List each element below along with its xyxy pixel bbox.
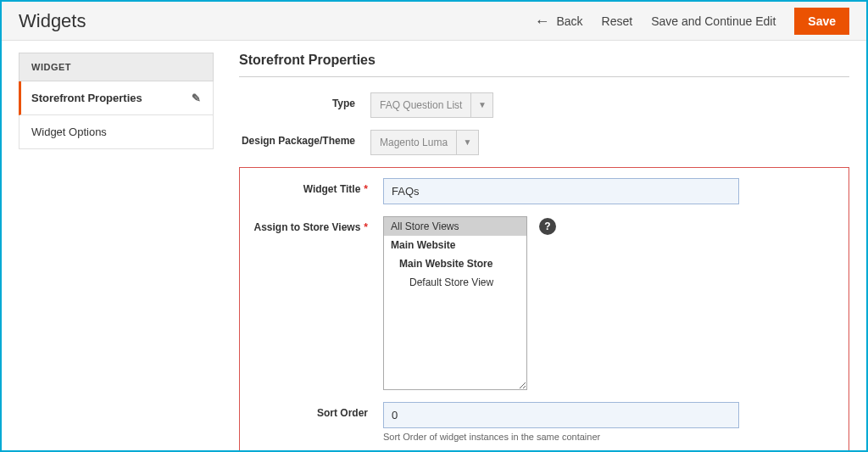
label-sort-order: Sort Order bbox=[252, 402, 383, 421]
sidebar: WIDGET Storefront Properties ✎ Widget Op… bbox=[19, 53, 214, 452]
widget-title-input[interactable] bbox=[383, 178, 739, 204]
back-label: Back bbox=[556, 14, 582, 28]
store-view-option[interactable]: All Store Views bbox=[384, 217, 526, 236]
chevron-down-icon: ▼ bbox=[456, 131, 478, 154]
chevron-down-icon: ▼ bbox=[470, 93, 492, 117]
sidebar-item-label: Storefront Properties bbox=[31, 92, 142, 104]
store-view-option[interactable]: Main Website bbox=[384, 236, 526, 254]
pencil-icon: ✎ bbox=[192, 92, 201, 104]
label-widget-title: Widget Title* bbox=[252, 178, 383, 197]
label-type: Type bbox=[239, 92, 370, 111]
row-theme: Design Package/Theme Magento Luma ▼ bbox=[239, 130, 849, 155]
type-value: FAQ Question List bbox=[371, 99, 470, 111]
type-select[interactable]: FAQ Question List ▼ bbox=[370, 92, 493, 118]
highlighted-region: Widget Title* Assign to Store Views* All… bbox=[239, 167, 849, 452]
arrow-left-icon: ← bbox=[534, 14, 549, 29]
required-asterisk: * bbox=[364, 221, 368, 233]
back-button[interactable]: ← Back bbox=[534, 14, 582, 29]
sidebar-item-storefront-properties[interactable]: Storefront Properties ✎ bbox=[19, 81, 214, 115]
save-continue-button[interactable]: Save and Continue Edit bbox=[651, 14, 776, 28]
sidebar-heading: WIDGET bbox=[19, 53, 214, 81]
sidebar-item-widget-options[interactable]: Widget Options bbox=[19, 115, 214, 149]
theme-value: Magento Luma bbox=[371, 137, 456, 148]
row-sort-order: Sort Order Sort Order of widget instance… bbox=[252, 402, 837, 442]
store-view-option[interactable]: Main Website Store bbox=[384, 254, 526, 273]
layout: WIDGET Storefront Properties ✎ Widget Op… bbox=[2, 41, 866, 452]
row-widget-title: Widget Title* bbox=[252, 178, 837, 204]
label-store-views: Assign to Store Views* bbox=[252, 216, 383, 235]
page-header: Widgets ← Back Reset Save and Continue E… bbox=[2, 2, 866, 41]
main-content: Storefront Properties Type FAQ Question … bbox=[239, 53, 849, 452]
sort-order-helper: Sort Order of widget instances in the sa… bbox=[383, 432, 837, 442]
reset-button[interactable]: Reset bbox=[602, 14, 633, 28]
help-icon[interactable]: ? bbox=[539, 218, 556, 235]
row-store-views: Assign to Store Views* All Store Views M… bbox=[252, 216, 837, 390]
section-title: Storefront Properties bbox=[239, 53, 849, 77]
store-view-option[interactable]: Default Store View bbox=[384, 273, 526, 292]
save-button[interactable]: Save bbox=[794, 8, 849, 35]
store-views-multiselect[interactable]: All Store Views Main Website Main Websit… bbox=[383, 216, 527, 390]
required-asterisk: * bbox=[364, 183, 368, 195]
sort-order-input[interactable] bbox=[383, 402, 739, 428]
theme-select[interactable]: Magento Luma ▼ bbox=[370, 130, 479, 155]
label-theme: Design Package/Theme bbox=[239, 130, 370, 148]
header-actions: ← Back Reset Save and Continue Edit Save bbox=[534, 8, 849, 35]
row-type: Type FAQ Question List ▼ bbox=[239, 92, 849, 118]
sidebar-item-label: Widget Options bbox=[31, 126, 107, 138]
page-title: Widgets bbox=[19, 10, 86, 32]
